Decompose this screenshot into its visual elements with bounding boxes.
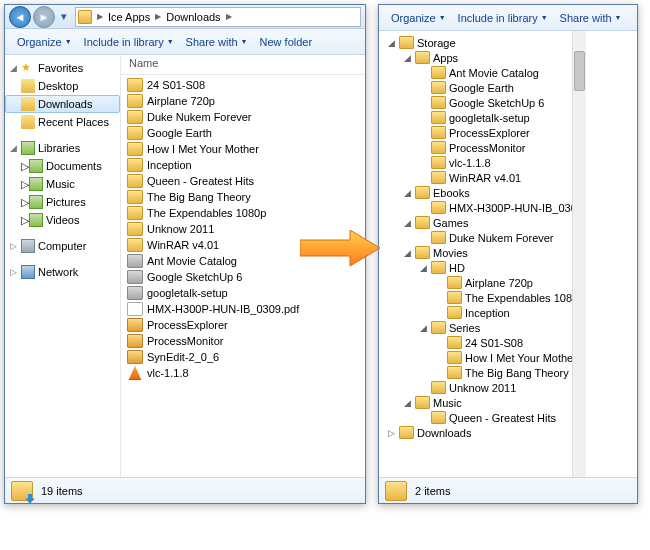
tree-node-label: Movies xyxy=(433,247,468,259)
tree-node[interactable]: ◢Ebooks xyxy=(381,185,584,200)
nav-item-recent-places[interactable]: Recent Places xyxy=(5,113,120,131)
file-row[interactable]: vlc-1.1.8 xyxy=(125,365,361,381)
tree-node[interactable]: ProcessExplorer xyxy=(381,125,584,140)
tree-node[interactable]: vlc-1.1.8 xyxy=(381,155,584,170)
share-with-menu[interactable]: Share with▼ xyxy=(180,36,254,48)
expand-icon[interactable]: ▷ xyxy=(21,160,29,173)
file-row[interactable]: The Big Bang Theory xyxy=(125,189,361,205)
file-row[interactable]: HMX-H300P-HUN-IB_0309.pdf xyxy=(125,301,361,317)
breadcrumb-chevron-icon[interactable]: ▶ xyxy=(94,12,106,21)
collapse-icon[interactable]: ◢ xyxy=(387,38,396,48)
tree-node[interactable]: 24 S01-S08 xyxy=(381,335,584,350)
file-row[interactable]: Google SketchUp 6 xyxy=(125,269,361,285)
nav-computer-header[interactable]: ▷ Computer xyxy=(5,237,120,255)
new-folder-button[interactable]: New folder xyxy=(254,36,319,48)
file-row[interactable]: The Expendables 1080p xyxy=(125,205,361,221)
tree-node[interactable]: googletalk-setup xyxy=(381,110,584,125)
collapse-icon[interactable]: ◢ xyxy=(403,218,412,228)
organize-menu[interactable]: Organize▼ xyxy=(11,36,78,48)
tree-node[interactable]: ◢Storage xyxy=(381,35,584,50)
include-in-library-menu[interactable]: Include in library▼ xyxy=(452,12,554,24)
tree-node[interactable]: HMX-H300P-HUN-IB_0309 xyxy=(381,200,584,215)
include-in-library-menu[interactable]: Include in library▼ xyxy=(78,36,180,48)
nav-network-header[interactable]: ▷ Network xyxy=(5,263,120,281)
tree-node[interactable]: Inception xyxy=(381,305,584,320)
file-row[interactable]: ProcessMonitor xyxy=(125,333,361,349)
expand-icon[interactable]: ▷ xyxy=(21,196,29,209)
tree-node[interactable]: ProcessMonitor xyxy=(381,140,584,155)
nav-item-downloads[interactable]: Downloads xyxy=(5,95,120,113)
collapse-icon[interactable]: ◢ xyxy=(403,248,412,258)
file-row[interactable]: Google Earth xyxy=(125,125,361,141)
tree-node[interactable]: ◢Music xyxy=(381,395,584,410)
expand-icon[interactable]: ▷ xyxy=(21,178,29,191)
app-icon xyxy=(127,270,143,284)
breadcrumb-chevron-icon[interactable]: ▶ xyxy=(223,12,235,21)
file-row[interactable]: Inception xyxy=(125,157,361,173)
nav-item-documents[interactable]: ▷Documents xyxy=(5,157,120,175)
tree-node[interactable]: Duke Nukem Forever xyxy=(381,230,584,245)
expand-icon[interactable]: ▷ xyxy=(9,241,18,251)
nav-item-music[interactable]: ▷Music xyxy=(5,175,120,193)
breadcrumb-segment[interactable]: Downloads xyxy=(164,11,222,23)
organize-menu[interactable]: Organize▼ xyxy=(385,12,452,24)
computer-icon xyxy=(21,239,35,253)
tree-node[interactable]: ◢Games xyxy=(381,215,584,230)
breadcrumb-segment[interactable]: Ice Apps xyxy=(106,11,152,23)
nav-history-dropdown[interactable]: ▾ xyxy=(57,7,71,27)
file-row[interactable]: Airplane 720p xyxy=(125,93,361,109)
breadcrumb-chevron-icon[interactable]: ▶ xyxy=(152,12,164,21)
file-name: The Big Bang Theory xyxy=(147,191,251,203)
column-header-name[interactable]: Name xyxy=(121,55,365,75)
folder-icon xyxy=(78,10,92,24)
nav-back-button[interactable]: ◄ xyxy=(9,6,31,28)
address-bar[interactable]: ▶ Ice Apps ▶ Downloads ▶ xyxy=(75,7,361,27)
tree-node[interactable]: The Big Bang Theory xyxy=(381,365,584,380)
collapse-icon[interactable]: ◢ xyxy=(9,143,18,153)
file-name: 24 S01-S08 xyxy=(147,79,205,91)
nav-favorites-header[interactable]: ◢ ★ Favorites xyxy=(5,59,120,77)
file-row[interactable]: googletalk-setup xyxy=(125,285,361,301)
tree-node[interactable]: How I Met Your Mother xyxy=(381,350,584,365)
collapse-icon[interactable]: ◢ xyxy=(403,188,412,198)
tree-node[interactable]: WinRAR v4.01 xyxy=(381,170,584,185)
expand-icon[interactable]: ▷ xyxy=(9,267,18,277)
tree-node[interactable]: ◢Apps xyxy=(381,50,584,65)
tree-node[interactable]: Google Earth xyxy=(381,80,584,95)
collapse-icon[interactable]: ◢ xyxy=(9,63,18,73)
scrollbar-thumb[interactable] xyxy=(574,51,585,91)
file-row[interactable]: Duke Nukem Forever xyxy=(125,109,361,125)
file-row[interactable]: SynEdit-2_0_6 xyxy=(125,349,361,365)
tree-node-label: The Big Bang Theory xyxy=(465,367,569,379)
share-with-menu[interactable]: Share with▼ xyxy=(554,12,628,24)
collapse-icon[interactable]: ◢ xyxy=(403,53,412,63)
tree-node[interactable]: Google SketchUp 6 xyxy=(381,95,584,110)
collapse-icon[interactable]: ◢ xyxy=(419,263,428,273)
nav-item-desktop[interactable]: Desktop xyxy=(5,77,120,95)
tree-node[interactable]: Unknow 2011 xyxy=(381,380,584,395)
tree-node[interactable]: Airplane 720p xyxy=(381,275,584,290)
tree-node[interactable]: Ant Movie Catalog xyxy=(381,65,584,80)
explorer-window-right: Organize▼ Include in library▼ Share with… xyxy=(378,4,638,504)
expand-icon[interactable]: ▷ xyxy=(387,428,396,438)
file-row[interactable]: ProcessExplorer xyxy=(125,317,361,333)
nav-item-pictures[interactable]: ▷Pictures xyxy=(5,193,120,211)
collapse-icon[interactable]: ◢ xyxy=(403,398,412,408)
tree-node-label: Queen - Greatest Hits xyxy=(449,412,556,424)
file-row[interactable]: 24 S01-S08 xyxy=(125,77,361,93)
nav-libraries-header[interactable]: ◢ Libraries xyxy=(5,139,120,157)
tree-node[interactable]: ◢Movies xyxy=(381,245,584,260)
transition-arrow-icon xyxy=(300,230,380,266)
nav-forward-button[interactable]: ► xyxy=(33,6,55,28)
expand-icon[interactable]: ▷ xyxy=(21,214,29,227)
nav-item-videos[interactable]: ▷Videos xyxy=(5,211,120,229)
tree-node[interactable]: The Expendables 1080p xyxy=(381,290,584,305)
scrollbar[interactable] xyxy=(572,31,586,477)
collapse-icon[interactable]: ◢ xyxy=(419,323,428,333)
tree-node[interactable]: ◢Series xyxy=(381,320,584,335)
file-row[interactable]: Queen - Greatest Hits xyxy=(125,173,361,189)
file-row[interactable]: How I Met Your Mother xyxy=(125,141,361,157)
tree-node[interactable]: Queen - Greatest Hits xyxy=(381,410,584,425)
tree-node[interactable]: ▷Downloads xyxy=(381,425,584,440)
tree-node[interactable]: ◢HD xyxy=(381,260,584,275)
